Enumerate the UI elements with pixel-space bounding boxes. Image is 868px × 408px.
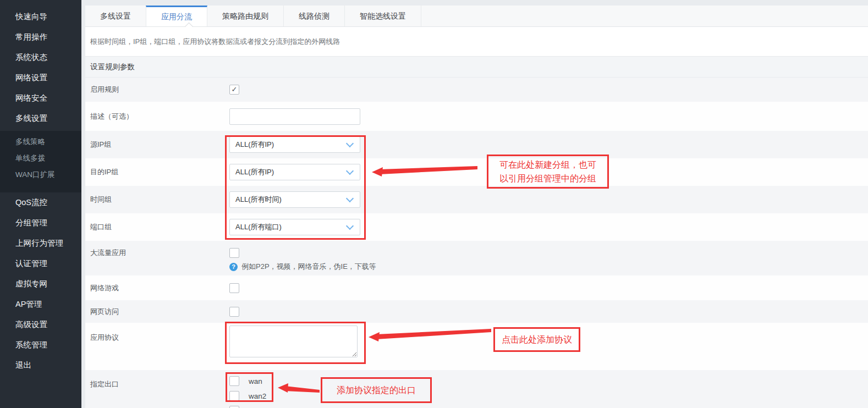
web-access-checkbox[interactable] (229, 307, 239, 317)
sidebar-item-qos[interactable]: QoS流控 (0, 192, 81, 213)
out-option-wan3: wan3 (229, 406, 266, 408)
out-option-wan: wan (229, 376, 266, 386)
wan-label: wan (249, 377, 262, 385)
sidebar-item-vpn[interactable]: 虚拟专网 (0, 274, 81, 294)
sidebar-item-multiline-settings[interactable]: 多线设置 (0, 108, 81, 129)
tab-multiline-settings[interactable]: 多线设置 (85, 5, 146, 26)
row-port-group: 端口组 ALL(所有端口) (85, 213, 868, 241)
time-group-label: 时间组 (85, 195, 229, 205)
app-protocol-label: 应用协议 (85, 333, 229, 343)
description-input[interactable] (229, 108, 360, 125)
row-out-interface: 指定出口 wan wan2 wan3 (85, 370, 868, 408)
page-description: 根据时间组，IP组，端口组，应用协议将数据流或者报文分流到指定的外网线路 (90, 37, 340, 47)
sidebar-subitem-single-line-multi-dial[interactable]: 单线多拨 (0, 150, 81, 167)
row-web-access: 网页访问 (85, 300, 868, 323)
help-icon: ? (229, 263, 238, 271)
wan3-checkbox[interactable] (229, 406, 239, 408)
dest-ip-group-value: ALL(所有IP) (235, 167, 274, 177)
network-game-label: 网络游戏 (85, 283, 229, 293)
sidebar-item-advanced-settings[interactable]: 高级设置 (0, 315, 81, 335)
source-ip-group-label: 源IP组 (85, 140, 229, 150)
sidebar-item-network-security[interactable]: 网络安全 (0, 88, 81, 108)
row-app-protocol: 应用协议 (85, 323, 868, 370)
time-group-select[interactable]: ALL(所有时间) (229, 191, 360, 208)
checkmark-icon: ✓ (232, 86, 238, 93)
sidebar-item-system-management[interactable]: 系统管理 (0, 335, 81, 355)
sidebar-item-behavior-management[interactable]: 上网行为管理 (0, 233, 81, 253)
row-heavy-traffic-app: 大流量应用 ? 例如P2P，视频，网络音乐，伪IE，下载等 (85, 241, 868, 275)
section-title: 设置规则参数 (90, 62, 135, 72)
port-group-select[interactable]: ALL(所有端口) (229, 219, 360, 235)
port-group-value: ALL(所有端口) (235, 222, 282, 232)
network-game-checkbox[interactable] (229, 283, 239, 293)
heavy-traffic-label: 大流量应用 (85, 248, 229, 258)
sidebar-subitem-multiline-policy[interactable]: 多线策略 (0, 134, 81, 150)
heavy-traffic-checkbox[interactable] (229, 248, 239, 258)
port-group-label: 端口组 (85, 222, 229, 232)
sidebar-item-network-settings[interactable]: 网络设置 (0, 68, 81, 88)
out-interface-label: 指定出口 (85, 379, 229, 389)
tab-smart-line-selection[interactable]: 智能选线设置 (345, 5, 421, 26)
dest-ip-group-label: 目的IP组 (85, 167, 229, 177)
chevron-down-icon (346, 222, 354, 229)
wan2-label: wan2 (249, 392, 266, 400)
sidebar-subitem-wan-port-expansion[interactable]: WAN口扩展 (0, 167, 81, 183)
tab-policy-routing-rules[interactable]: 策略路由规则 (207, 5, 284, 26)
multiline-submenu: 多线策略 单线多拨 WAN口扩展 (0, 131, 81, 192)
web-access-label: 网页访问 (85, 307, 229, 317)
row-time-group: 时间组 ALL(所有时间) (85, 186, 868, 213)
source-ip-group-select[interactable]: ALL(所有IP) (229, 136, 360, 153)
chevron-down-icon (346, 139, 354, 147)
main-content: 多线设置 应用分流 策略路由规则 线路侦测 智能选线设置 根据时间组，IP组，端… (81, 0, 868, 408)
sidebar-item-auth-management[interactable]: 认证管理 (0, 253, 81, 274)
app-protocol-textarea[interactable] (229, 326, 358, 357)
page-description-bar: 根据时间组，IP组，端口组，应用协议将数据流或者报文分流到指定的外网线路 (85, 27, 868, 57)
out-option-wan2: wan2 (229, 391, 266, 401)
chevron-down-icon (346, 194, 354, 202)
chevron-down-icon (346, 167, 354, 174)
tab-line-detection[interactable]: 线路侦测 (284, 5, 345, 26)
wan2-checkbox[interactable] (229, 391, 239, 401)
sidebar-nav: 快速向导 常用操作 系统状态 网络设置 网络安全 多线设置 多线策略 单线多拨 … (0, 0, 81, 408)
enable-rule-checkbox[interactable]: ✓ (229, 85, 239, 95)
time-group-value: ALL(所有时间) (235, 195, 282, 205)
sidebar-item-common-ops[interactable]: 常用操作 (0, 27, 81, 47)
tab-bar: 多线设置 应用分流 策略路由规则 线路侦测 智能选线设置 (85, 5, 868, 27)
dest-ip-group-select[interactable]: ALL(所有IP) (229, 164, 360, 180)
sidebar-item-group-management[interactable]: 分组管理 (0, 213, 81, 233)
enable-rule-label: 启用规则 (85, 85, 229, 95)
sidebar-item-quick-wizard[interactable]: 快速向导 (0, 7, 81, 27)
heavy-traffic-hint-text: 例如P2P，视频，网络音乐，伪IE，下载等 (241, 262, 376, 272)
row-network-game: 网络游戏 (85, 275, 868, 300)
sidebar-item-logout[interactable]: 退出 (0, 355, 81, 376)
heavy-traffic-hint: ? 例如P2P，视频，网络音乐，伪IE，下载等 (229, 262, 376, 272)
sidebar-item-ap-management[interactable]: AP管理 (0, 294, 81, 315)
wan-checkbox[interactable] (229, 376, 239, 386)
row-description: 描述（可选） (85, 102, 868, 131)
form-rows: 设置规则参数 启用规则 ✓ 描述（可选） 源IP组 ALL(所有IP) (85, 57, 868, 408)
source-ip-group-value: ALL(所有IP) (235, 140, 274, 150)
tab-app-diversion[interactable]: 应用分流 (146, 5, 207, 26)
row-source-ip-group: 源IP组 ALL(所有IP) (85, 131, 868, 158)
sidebar-item-system-status[interactable]: 系统状态 (0, 47, 81, 68)
section-header: 设置规则参数 (85, 57, 868, 78)
row-enable-rule: 启用规则 ✓ (85, 78, 868, 102)
description-label: 描述（可选） (85, 112, 229, 122)
row-dest-ip-group: 目的IP组 ALL(所有IP) (85, 158, 868, 186)
